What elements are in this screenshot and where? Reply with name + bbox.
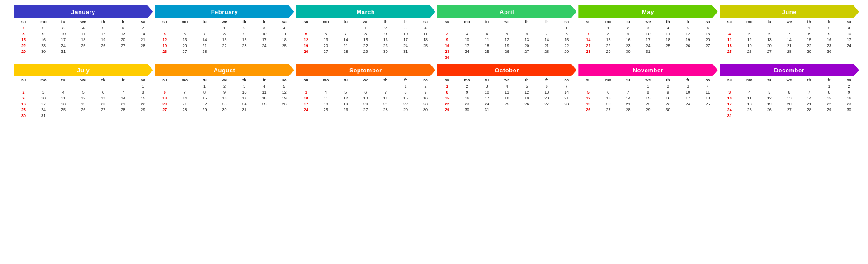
day-cell: 10	[33, 95, 53, 101]
day-cell: 16	[214, 95, 234, 101]
day-label-mo: mo	[33, 19, 53, 24]
day-cell: 3	[33, 89, 53, 95]
day-label-su: su	[578, 77, 598, 83]
day-cell: 6	[760, 31, 779, 37]
day-cell: 25	[698, 101, 718, 107]
day-cell: 4	[658, 25, 678, 31]
day-cell: 28	[537, 48, 557, 54]
day-label-sa: sa	[274, 77, 294, 83]
day-cell: 14	[578, 37, 598, 42]
day-cell: 25	[316, 107, 336, 113]
day-cell: 30	[14, 113, 33, 118]
day-cell: 22	[819, 101, 839, 107]
day-cell: 2	[658, 83, 678, 89]
day-label-sa: sa	[133, 19, 153, 24]
day-label-tu: tu	[53, 77, 73, 83]
day-cell: 30	[457, 107, 477, 113]
empty-cell	[457, 25, 477, 31]
day-cell: 23	[618, 42, 638, 48]
day-cell: 14	[537, 37, 557, 42]
day-cell: 4	[73, 25, 93, 31]
day-label-fr: fr	[537, 77, 557, 83]
day-cell: 21	[133, 37, 153, 42]
empty-cell	[760, 83, 779, 89]
day-cell: 8	[14, 31, 33, 37]
day-cell: 24	[255, 42, 274, 48]
calendar-grid: Januarysumotuwethfrsa1234567891011121314…	[14, 5, 859, 118]
day-cell: 10	[720, 95, 740, 101]
day-label-we: we	[779, 19, 799, 24]
month-november: Novembersumotuwethfrsa123456789101112131…	[578, 64, 717, 118]
day-cell: 6	[175, 31, 194, 37]
day-cell: 12	[336, 95, 356, 101]
day-cell: 9	[658, 89, 678, 95]
day-cell: 18	[740, 101, 760, 107]
day-cell: 24	[33, 107, 53, 113]
day-cell: 15	[194, 95, 214, 101]
month-september: Septembersumotuwethfrsa12345678910111213…	[296, 64, 435, 118]
day-cell: 19	[93, 37, 113, 42]
day-cell: 5	[678, 25, 698, 31]
day-cell: 11	[274, 31, 294, 37]
calendar-container: Januarysumotuwethfrsa1234567891011121314…	[9, 1, 859, 263]
empty-cell	[799, 83, 819, 89]
day-cell: 17	[720, 101, 740, 107]
day-cell: 26	[296, 48, 316, 54]
day-cell: 21	[537, 42, 557, 48]
day-label-sa: sa	[839, 77, 859, 83]
day-label-sa: sa	[839, 19, 859, 24]
day-label-tu: tu	[477, 19, 497, 24]
month-march: Marchsumotuwethfrsa123456789101112131415…	[296, 5, 435, 60]
day-cell: 27	[93, 107, 113, 113]
day-cell: 24	[678, 101, 698, 107]
day-cell: 11	[415, 31, 435, 37]
day-cell: 28	[557, 101, 576, 107]
day-cell: 25	[477, 48, 497, 54]
day-cell: 26	[155, 48, 175, 54]
day-cell: 20	[537, 95, 557, 101]
day-cell: 16	[819, 37, 839, 42]
day-cell: 31	[638, 48, 658, 54]
day-cell: 3	[638, 25, 658, 31]
day-label-sa: sa	[415, 19, 435, 24]
day-label-tu: tu	[477, 77, 497, 83]
day-cell: 10	[839, 31, 859, 37]
day-label-sa: sa	[415, 77, 435, 83]
day-cell: 2	[457, 83, 477, 89]
day-label-mo: mo	[740, 19, 760, 24]
day-cell: 14	[376, 95, 396, 101]
day-cell: 18	[415, 37, 435, 42]
day-cell: 6	[537, 83, 557, 89]
day-cell: 24	[396, 42, 415, 48]
day-cell: 7	[175, 89, 194, 95]
day-cell: 11	[497, 89, 517, 95]
day-label-we: we	[214, 77, 234, 83]
day-cell: 25	[73, 42, 93, 48]
day-cell: 15	[799, 37, 819, 42]
day-cell: 19	[740, 42, 760, 48]
day-cell: 11	[740, 95, 760, 101]
day-label-tu: tu	[760, 77, 779, 83]
day-label-tu: tu	[618, 19, 638, 24]
day-cell: 26	[336, 107, 356, 113]
day-cell: 8	[396, 89, 415, 95]
day-label-tu: tu	[760, 19, 779, 24]
day-cell: 3	[53, 25, 73, 31]
day-cell: 29	[194, 107, 214, 113]
day-label-sa: sa	[274, 19, 294, 24]
empty-cell	[517, 25, 537, 31]
month-july: Julysumotuwethfrsa1234567891011121314151…	[14, 64, 153, 118]
day-cell: 13	[316, 37, 336, 42]
day-cell: 2	[839, 83, 859, 89]
day-cell: 24	[638, 42, 658, 48]
day-cell: 7	[113, 89, 133, 95]
day-label-th: th	[376, 19, 396, 24]
day-cell: 18	[477, 42, 497, 48]
month-name-march: March	[356, 9, 375, 15]
day-cell: 5	[497, 31, 517, 37]
day-cell: 21	[557, 95, 576, 101]
day-cell: 18	[316, 101, 336, 107]
day-cell: 22	[598, 42, 618, 48]
day-cell: 28	[578, 48, 598, 54]
day-cell: 5	[73, 89, 93, 95]
